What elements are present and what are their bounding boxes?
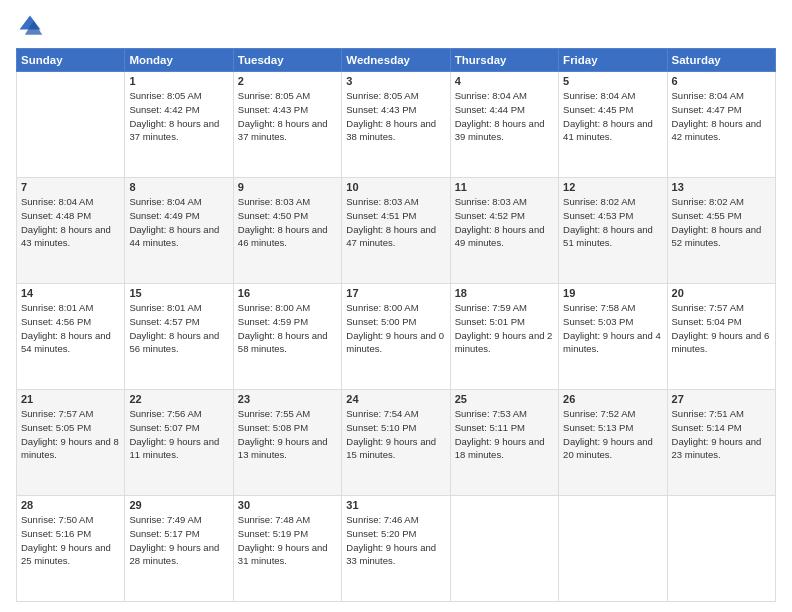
day-number: 24: [346, 393, 445, 405]
day-info: Sunrise: 8:04 AMSunset: 4:44 PMDaylight:…: [455, 89, 554, 144]
calendar-cell: 28Sunrise: 7:50 AMSunset: 5:16 PMDayligh…: [17, 496, 125, 602]
day-info: Sunrise: 7:52 AMSunset: 5:13 PMDaylight:…: [563, 407, 662, 462]
day-number: 16: [238, 287, 337, 299]
day-info: Sunrise: 7:57 AMSunset: 5:04 PMDaylight:…: [672, 301, 771, 356]
calendar-cell: 29Sunrise: 7:49 AMSunset: 5:17 PMDayligh…: [125, 496, 233, 602]
day-number: 8: [129, 181, 228, 193]
day-number: 14: [21, 287, 120, 299]
day-number: 31: [346, 499, 445, 511]
day-info: Sunrise: 8:04 AMSunset: 4:45 PMDaylight:…: [563, 89, 662, 144]
day-number: 19: [563, 287, 662, 299]
calendar-cell: 23Sunrise: 7:55 AMSunset: 5:08 PMDayligh…: [233, 390, 341, 496]
day-number: 3: [346, 75, 445, 87]
day-number: 21: [21, 393, 120, 405]
calendar-cell: 14Sunrise: 8:01 AMSunset: 4:56 PMDayligh…: [17, 284, 125, 390]
day-number: 17: [346, 287, 445, 299]
day-info: Sunrise: 7:55 AMSunset: 5:08 PMDaylight:…: [238, 407, 337, 462]
day-info: Sunrise: 7:49 AMSunset: 5:17 PMDaylight:…: [129, 513, 228, 568]
day-number: 11: [455, 181, 554, 193]
day-number: 12: [563, 181, 662, 193]
day-info: Sunrise: 7:59 AMSunset: 5:01 PMDaylight:…: [455, 301, 554, 356]
day-info: Sunrise: 8:03 AMSunset: 4:52 PMDaylight:…: [455, 195, 554, 250]
calendar-cell: 26Sunrise: 7:52 AMSunset: 5:13 PMDayligh…: [559, 390, 667, 496]
day-info: Sunrise: 7:56 AMSunset: 5:07 PMDaylight:…: [129, 407, 228, 462]
day-number: 1: [129, 75, 228, 87]
calendar-cell: 13Sunrise: 8:02 AMSunset: 4:55 PMDayligh…: [667, 178, 775, 284]
weekday-header: Tuesday: [233, 49, 341, 72]
logo-icon: [16, 12, 44, 40]
day-number: 30: [238, 499, 337, 511]
calendar-week-row: 14Sunrise: 8:01 AMSunset: 4:56 PMDayligh…: [17, 284, 776, 390]
calendar-cell: 5Sunrise: 8:04 AMSunset: 4:45 PMDaylight…: [559, 72, 667, 178]
day-number: 22: [129, 393, 228, 405]
calendar-cell: [450, 496, 558, 602]
calendar-table: SundayMondayTuesdayWednesdayThursdayFrid…: [16, 48, 776, 602]
calendar-cell: 25Sunrise: 7:53 AMSunset: 5:11 PMDayligh…: [450, 390, 558, 496]
calendar-cell: 21Sunrise: 7:57 AMSunset: 5:05 PMDayligh…: [17, 390, 125, 496]
calendar-cell: 17Sunrise: 8:00 AMSunset: 5:00 PMDayligh…: [342, 284, 450, 390]
day-info: Sunrise: 8:02 AMSunset: 4:55 PMDaylight:…: [672, 195, 771, 250]
weekday-header: Sunday: [17, 49, 125, 72]
calendar-cell: 11Sunrise: 8:03 AMSunset: 4:52 PMDayligh…: [450, 178, 558, 284]
calendar-cell: 7Sunrise: 8:04 AMSunset: 4:48 PMDaylight…: [17, 178, 125, 284]
day-number: 15: [129, 287, 228, 299]
weekday-header: Wednesday: [342, 49, 450, 72]
day-number: 26: [563, 393, 662, 405]
calendar-cell: 12Sunrise: 8:02 AMSunset: 4:53 PMDayligh…: [559, 178, 667, 284]
day-number: 20: [672, 287, 771, 299]
calendar-cell: [559, 496, 667, 602]
weekday-header: Saturday: [667, 49, 775, 72]
calendar-cell: 20Sunrise: 7:57 AMSunset: 5:04 PMDayligh…: [667, 284, 775, 390]
calendar-cell: 30Sunrise: 7:48 AMSunset: 5:19 PMDayligh…: [233, 496, 341, 602]
calendar-cell: 2Sunrise: 8:05 AMSunset: 4:43 PMDaylight…: [233, 72, 341, 178]
calendar-cell: 19Sunrise: 7:58 AMSunset: 5:03 PMDayligh…: [559, 284, 667, 390]
calendar-cell: 8Sunrise: 8:04 AMSunset: 4:49 PMDaylight…: [125, 178, 233, 284]
day-number: 25: [455, 393, 554, 405]
day-number: 2: [238, 75, 337, 87]
day-number: 10: [346, 181, 445, 193]
day-info: Sunrise: 7:46 AMSunset: 5:20 PMDaylight:…: [346, 513, 445, 568]
page: SundayMondayTuesdayWednesdayThursdayFrid…: [0, 0, 792, 612]
day-number: 5: [563, 75, 662, 87]
calendar-week-row: 1Sunrise: 8:05 AMSunset: 4:42 PMDaylight…: [17, 72, 776, 178]
day-number: 9: [238, 181, 337, 193]
day-info: Sunrise: 8:04 AMSunset: 4:47 PMDaylight:…: [672, 89, 771, 144]
calendar-cell: 6Sunrise: 8:04 AMSunset: 4:47 PMDaylight…: [667, 72, 775, 178]
calendar-cell: 10Sunrise: 8:03 AMSunset: 4:51 PMDayligh…: [342, 178, 450, 284]
calendar-cell: 22Sunrise: 7:56 AMSunset: 5:07 PMDayligh…: [125, 390, 233, 496]
logo: [16, 12, 48, 40]
day-info: Sunrise: 8:00 AMSunset: 4:59 PMDaylight:…: [238, 301, 337, 356]
day-info: Sunrise: 8:05 AMSunset: 4:42 PMDaylight:…: [129, 89, 228, 144]
calendar-cell: 27Sunrise: 7:51 AMSunset: 5:14 PMDayligh…: [667, 390, 775, 496]
day-info: Sunrise: 8:03 AMSunset: 4:51 PMDaylight:…: [346, 195, 445, 250]
calendar-cell: 1Sunrise: 8:05 AMSunset: 4:42 PMDaylight…: [125, 72, 233, 178]
day-number: 13: [672, 181, 771, 193]
day-info: Sunrise: 8:01 AMSunset: 4:57 PMDaylight:…: [129, 301, 228, 356]
header: [16, 12, 776, 40]
calendar-cell: 3Sunrise: 8:05 AMSunset: 4:43 PMDaylight…: [342, 72, 450, 178]
day-info: Sunrise: 8:04 AMSunset: 4:49 PMDaylight:…: [129, 195, 228, 250]
day-info: Sunrise: 7:48 AMSunset: 5:19 PMDaylight:…: [238, 513, 337, 568]
weekday-header: Friday: [559, 49, 667, 72]
calendar-cell: 9Sunrise: 8:03 AMSunset: 4:50 PMDaylight…: [233, 178, 341, 284]
day-info: Sunrise: 7:58 AMSunset: 5:03 PMDaylight:…: [563, 301, 662, 356]
day-info: Sunrise: 8:02 AMSunset: 4:53 PMDaylight:…: [563, 195, 662, 250]
day-number: 6: [672, 75, 771, 87]
calendar-cell: 16Sunrise: 8:00 AMSunset: 4:59 PMDayligh…: [233, 284, 341, 390]
day-info: Sunrise: 8:04 AMSunset: 4:48 PMDaylight:…: [21, 195, 120, 250]
day-info: Sunrise: 7:51 AMSunset: 5:14 PMDaylight:…: [672, 407, 771, 462]
weekday-header: Thursday: [450, 49, 558, 72]
day-number: 23: [238, 393, 337, 405]
day-info: Sunrise: 8:05 AMSunset: 4:43 PMDaylight:…: [238, 89, 337, 144]
day-info: Sunrise: 8:05 AMSunset: 4:43 PMDaylight:…: [346, 89, 445, 144]
day-info: Sunrise: 8:03 AMSunset: 4:50 PMDaylight:…: [238, 195, 337, 250]
day-number: 27: [672, 393, 771, 405]
day-number: 7: [21, 181, 120, 193]
day-number: 18: [455, 287, 554, 299]
day-info: Sunrise: 7:57 AMSunset: 5:05 PMDaylight:…: [21, 407, 120, 462]
weekday-header-row: SundayMondayTuesdayWednesdayThursdayFrid…: [17, 49, 776, 72]
calendar-cell: 31Sunrise: 7:46 AMSunset: 5:20 PMDayligh…: [342, 496, 450, 602]
weekday-header: Monday: [125, 49, 233, 72]
calendar-cell: [667, 496, 775, 602]
day-info: Sunrise: 7:53 AMSunset: 5:11 PMDaylight:…: [455, 407, 554, 462]
